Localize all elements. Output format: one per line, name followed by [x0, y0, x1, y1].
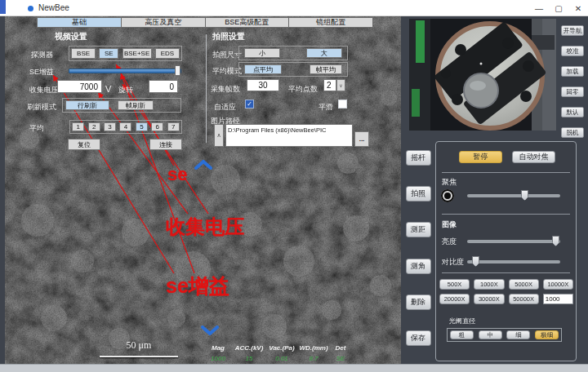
refresh-line-button[interactable]: 行刷新 — [65, 100, 109, 110]
contrast-slider-thumb[interactable] — [472, 256, 479, 267]
titlebar[interactable]: NewBee — ▢ ✕ — [0, 0, 588, 16]
average-option-5[interactable]: 5 — [136, 122, 148, 131]
points-label: 平均点数 — [288, 84, 318, 95]
status-value-mag: 1000 — [204, 355, 232, 362]
app-window: 50 μm Mag ACC.(kV) Vac.(Pa) WD.(mm) Det … — [0, 0, 588, 372]
path-icon-button[interactable]: ∧ — [214, 124, 224, 147]
contrast-slider-track[interactable] — [467, 260, 560, 264]
aperture-label: 光阑直径 — [449, 317, 475, 326]
aperture-ultrafine-button[interactable]: 极细 — [535, 330, 559, 339]
aperture-coarse-button[interactable]: 粗 — [450, 330, 474, 339]
average-option-6[interactable]: 6 — [151, 122, 163, 131]
se-gain-slider-track[interactable] — [69, 69, 181, 73]
measure-angle-button[interactable]: 测角 — [406, 259, 431, 274]
right-toolbar: 开导航 校准 加载 回零 默认 脱机 — [561, 25, 584, 138]
tab-basic[interactable]: 基础 — [37, 17, 122, 28]
save-button[interactable]: 保存 — [406, 330, 431, 346]
detector-bse-se-button[interactable]: BSE+SE — [122, 48, 152, 59]
take-photo-button[interactable]: 拍照 — [406, 186, 431, 202]
mode-point-average-button[interactable]: 点平均 — [244, 64, 282, 74]
status-header-mag: Mag — [204, 344, 232, 352]
autofocus-button[interactable]: 自动对焦 — [512, 151, 555, 163]
tab-lens-config[interactable]: 镜组配置 — [289, 17, 373, 28]
config-tabs: 基础 高压及真空 BSE高级配置 镜组配置 — [37, 17, 373, 28]
connect-button[interactable]: 连接 — [149, 139, 182, 150]
window-bottom-edge — [0, 364, 588, 372]
aperture-group: 粗 中 细 极细 — [447, 328, 562, 342]
joystick-button[interactable]: 摇杆 — [406, 150, 431, 166]
mode-frame-average-button[interactable]: 帧平均 — [310, 64, 342, 74]
average-option-2[interactable]: 2 — [88, 122, 100, 131]
calibrate-button[interactable]: 校准 — [561, 46, 584, 56]
average-mode-label: 平均模式 — [212, 66, 242, 77]
detector-eds-button[interactable]: EDS — [155, 48, 180, 59]
path-textarea[interactable] — [225, 124, 353, 147]
mag-30000x-button[interactable]: 30000X — [474, 294, 504, 304]
voltage-unit-label: V — [105, 84, 111, 94]
pause-button[interactable]: 暂停 — [459, 151, 502, 163]
annotation-gain: se增益 — [166, 272, 229, 299]
size-large-button[interactable]: 大 — [306, 48, 342, 58]
refresh-frame-button[interactable]: 帧刷新 — [118, 100, 154, 110]
chevron-up-icon[interactable] — [194, 160, 212, 170]
focus-label: 聚焦 — [442, 177, 457, 188]
home-button[interactable]: 回零 — [561, 86, 584, 97]
mag-50000x-button[interactable]: 50000X — [509, 294, 539, 304]
divider — [442, 272, 570, 273]
delete-button[interactable]: 删除 — [406, 294, 431, 310]
brightness-slider-thumb[interactable] — [552, 236, 559, 246]
mag-20000x-button[interactable]: 20000X — [439, 294, 470, 304]
average-option-1[interactable]: 1 — [72, 122, 84, 131]
mag-500x-button[interactable]: 500X — [439, 279, 470, 290]
focus-knob-icon[interactable] — [441, 189, 454, 202]
annotation-se: se — [167, 164, 187, 185]
tab-hv-vacuum[interactable]: 高压及真空 — [122, 17, 206, 28]
maximize-button[interactable]: ▢ — [549, 0, 568, 16]
load-button[interactable]: 加载 — [561, 66, 584, 77]
measure-distance-button[interactable]: 测距 — [406, 222, 431, 237]
left-toolbar: 摇杆 拍照 测距 测角 删除 保存 — [403, 150, 433, 346]
browse-button[interactable]: ... — [354, 131, 369, 147]
detector-label: 探测器 — [31, 50, 53, 60]
column-separator — [206, 34, 207, 143]
default-button[interactable]: 默认 — [561, 107, 584, 117]
status-header-det: Det — [330, 344, 351, 352]
aperture-fine-button[interactable]: 细 — [506, 330, 530, 339]
average-option-7[interactable]: 7 — [167, 122, 180, 131]
close-button[interactable]: ✕ — [568, 0, 588, 16]
detector-se-button[interactable]: SE — [99, 48, 118, 59]
photo-settings-title: 拍照设置 — [212, 31, 245, 42]
se-gain-slider-thumb[interactable] — [175, 65, 180, 76]
reset-button[interactable]: 复位 — [68, 139, 100, 150]
average-option-3[interactable]: 3 — [104, 122, 116, 131]
detector-bse-button[interactable]: BSE — [71, 48, 96, 59]
brightness-slider-track[interactable] — [467, 240, 560, 243]
average-option-4[interactable]: 4 — [119, 122, 131, 131]
collect-voltage-input[interactable] — [57, 80, 102, 93]
mag-1000x-button[interactable]: 1000X — [474, 279, 504, 290]
aperture-medium-button[interactable]: 中 — [479, 330, 502, 339]
offline-button[interactable]: 脱机 — [561, 127, 584, 138]
focus-slider-thumb[interactable] — [521, 190, 528, 201]
tab-bse-advanced[interactable]: BSE高级配置 — [206, 17, 290, 28]
points-dropdown-button[interactable]: ∨ — [336, 79, 345, 91]
open-navigation-button[interactable]: 开导航 — [561, 25, 584, 36]
mag-5000x-button[interactable]: 5000X — [509, 279, 539, 290]
minimize-button[interactable]: — — [529, 0, 549, 16]
smooth-checkbox[interactable] — [338, 100, 347, 108]
annotation-voltage: 收集电压 — [166, 214, 244, 240]
chevron-down-icon[interactable] — [201, 326, 219, 335]
focus-slider-track[interactable] — [467, 194, 560, 197]
divider — [442, 172, 570, 173]
mag-10000x-button[interactable]: 10000X — [543, 279, 573, 290]
status-header-vac: Vac.(Pa) — [266, 344, 297, 352]
brightness-label: 亮度 — [442, 237, 457, 247]
mag-value-input[interactable] — [543, 294, 573, 304]
frames-input[interactable] — [247, 79, 279, 91]
rotate-input[interactable] — [149, 80, 178, 93]
app-icon — [28, 6, 33, 11]
adaptive-checkbox[interactable]: ✓ — [245, 100, 254, 108]
size-small-button[interactable]: 小 — [244, 48, 280, 58]
status-header-wd: WD.(mm) — [297, 344, 330, 352]
status-headers: Mag ACC.(kV) Vac.(Pa) WD.(mm) Det — [204, 344, 351, 352]
